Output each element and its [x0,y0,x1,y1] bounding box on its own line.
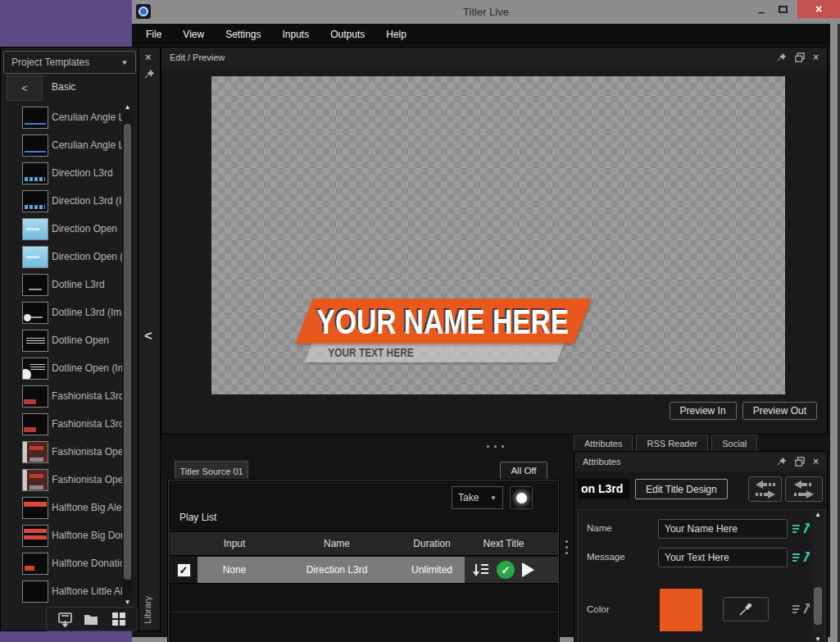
tab-titler-source[interactable]: Titler Source 01 [175,461,248,480]
template-label: Fashionista L3rd (I [52,418,122,430]
list-item[interactable]: Fashionista L3rd (I [2,410,122,438]
pin-icon[interactable] [777,457,787,467]
add-folder-icon[interactable] [84,612,101,626]
template-label: Fashionista Open [52,446,122,458]
transfer-out-icon[interactable] [785,476,823,502]
list-item[interactable]: Halftone Big Donat [2,521,122,549]
scrollbar-thumb[interactable] [124,124,131,580]
export-template-icon[interactable] [57,612,73,627]
eyedropper-button[interactable] [723,597,769,622]
playlist-body: Play List Take ▼ Input Name Duration Nex… [168,480,559,642]
library-scrollbar[interactable]: ▲ ▼ [122,103,133,608]
menu-item[interactable]: Outputs [320,24,375,45]
titlebar[interactable]: Titler Live – × [132,0,840,24]
eyedropper-icon [738,602,753,617]
menu-item[interactable]: File [135,24,172,45]
list-item[interactable]: Fashionista L3rd [2,382,122,410]
chevron-down-icon: ▼ [121,59,128,66]
list-item[interactable]: Dotline L3rd [2,271,122,298]
data-link-icon[interactable] [792,521,810,535]
template-thumbnail [22,162,48,184]
scroll-up-icon[interactable]: ▲ [815,511,821,521]
library-dropdown-value: Project Templates [11,57,89,68]
scroll-up-icon[interactable]: ▲ [125,103,131,113]
restore-icon[interactable] [795,52,805,62]
close-panel-icon[interactable]: × [813,457,819,467]
chevron-down-icon: ▼ [490,494,497,502]
minimize-button[interactable]: – [751,0,771,18]
data-link-icon[interactable] [792,550,810,563]
template-list: Cerulian Angle L3rd Cerulian Angle L3rd … [2,103,122,605]
vertical-splitter-handle[interactable] [563,540,570,568]
list-item[interactable]: Dotline Open [2,326,122,354]
name-field[interactable] [658,519,788,539]
scroll-down-icon[interactable]: ▼ [815,635,821,642]
color-swatch[interactable] [660,589,702,631]
close-panel-icon[interactable]: × [813,52,819,62]
restore-icon[interactable] [795,457,805,467]
pin-icon[interactable] [144,69,155,80]
close-button[interactable]: × [797,0,840,18]
list-item[interactable]: Halftone Little Aler [2,577,122,605]
row-checkbox[interactable] [177,563,191,577]
data-link-icon-disabled[interactable] [792,602,810,615]
template-thumbnail [22,218,48,240]
library-back-button[interactable]: < [7,75,43,101]
template-label: Fashionista Open ( [52,474,122,485]
collapse-panel-icon[interactable]: < [144,328,152,344]
attributes-scrollbar[interactable]: ▲ ▼ [812,511,824,642]
list-item[interactable]: Fashionista Open [2,438,122,466]
template-label: Fashionista L3rd [52,390,122,402]
title-banner[interactable]: YOUR NAME HERE [295,298,591,344]
list-item[interactable]: Dotline Open (Imag [2,354,122,382]
preview-in-button[interactable]: Preview In [670,402,737,420]
list-item[interactable]: Halftone Big Alert [2,494,122,521]
maximize-icon [779,6,788,13]
library-panel-bar: × < Library [138,48,160,631]
preview-out-button[interactable]: Preview Out [742,402,817,420]
list-item[interactable]: Dotline L3rd (Image [2,298,122,326]
window-title: Titler Live [132,6,840,18]
menu-item[interactable]: View [172,24,215,45]
playlist-table-header: Input Name Duration Next Title [170,531,558,556]
edit-title-design-button[interactable]: Edit Title Design [635,479,728,499]
tab[interactable]: RSS Reader [636,435,708,451]
tab[interactable]: Social [711,435,757,451]
tab[interactable]: Attributes [574,435,633,451]
scrollbar-thumb[interactable] [814,587,822,625]
transfer-in-icon[interactable] [748,476,782,502]
list-item[interactable]: Halftone Donation [2,549,122,577]
list-item[interactable]: Cerulian Angle L3rd [2,131,122,159]
take-dropdown[interactable]: Take ▼ [452,486,503,509]
record-icon [516,493,527,503]
playlist-order-icon[interactable] [473,562,489,577]
list-item[interactable]: Direction Open (Im [2,243,122,271]
list-item[interactable]: Fashionista Open ( [2,466,122,494]
play-icon[interactable] [522,562,534,577]
pin-icon[interactable] [777,52,787,62]
list-item[interactable]: Direction Open [2,215,122,243]
all-off-button[interactable]: All Off [500,462,547,480]
message-field[interactable] [658,548,788,567]
list-item[interactable]: Direction L3rd (Ima [2,187,122,215]
grid-view-icon[interactable] [111,612,126,626]
table-row[interactable]: None Direction L3rd Unlimited [170,557,558,584]
preview-canvas[interactable]: YOUR TEXT HERE YOUR NAME HERE [211,76,785,394]
maximize-button[interactable] [773,0,792,18]
title-sub-banner[interactable]: YOUR TEXT HERE [305,344,565,362]
template-label: Dotline L3rd [52,279,105,290]
library-panel: Project Templates ▼ < Basic Cerulian Ang… [0,47,161,631]
template-thumbnail [22,385,48,408]
close-panel-icon[interactable]: × [145,51,152,63]
menu-item[interactable]: Inputs [272,24,320,45]
list-item[interactable]: Cerulian Angle L3rd [2,103,122,131]
title-on-indicator-icon[interactable] [497,561,515,579]
library-category-dropdown[interactable]: Project Templates ▼ [3,51,136,74]
template-label: Dotline Open [52,335,109,346]
list-item[interactable]: Direction L3rd [2,159,122,187]
template-label: Halftone Big Donat [52,530,122,541]
menu-item[interactable]: Settings [215,24,271,45]
menu-item[interactable]: Help [375,24,417,45]
output-toggle-button[interactable] [510,486,533,509]
horizontal-splitter-handle[interactable] [481,445,509,452]
